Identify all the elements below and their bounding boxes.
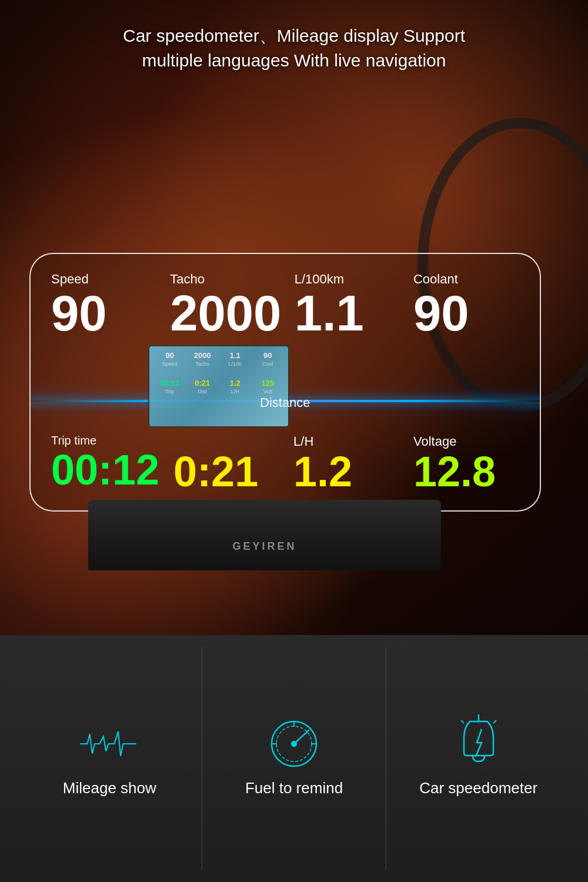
voltage-label: Voltage bbox=[413, 434, 519, 449]
header-text: Car speedometer、Mileage display Support … bbox=[0, 24, 588, 73]
lh-cell: L/H 1.2 bbox=[293, 434, 399, 493]
speedometer-label: Car speedometer bbox=[419, 779, 537, 797]
distance-cell: D 0:21 bbox=[173, 434, 279, 493]
distance-overlay-label: Distance bbox=[260, 395, 310, 410]
brand-label: GEYIREN bbox=[232, 540, 296, 553]
feature-speedometer: Car speedometer bbox=[386, 647, 570, 870]
header-line2: multiple languages With live navigation bbox=[0, 48, 588, 73]
svg-line-8 bbox=[461, 720, 464, 723]
voltage-value: 12.8 bbox=[413, 450, 519, 493]
speedometer-icon bbox=[265, 720, 323, 767]
svg-line-9 bbox=[493, 720, 496, 723]
header-line1: Car speedometer、Mileage display Support bbox=[0, 24, 588, 48]
lcd-display: 90 2000 1.1 90 Speed Tacho L/100 Cool 00… bbox=[148, 345, 289, 427]
svg-point-3 bbox=[292, 741, 296, 746]
hud-container: Speed 90 Tacho 2000 L/100km 1.1 Coolant … bbox=[29, 253, 559, 570]
battery-icon bbox=[449, 720, 508, 767]
coolant-cell: Coolant 90 bbox=[413, 272, 519, 338]
lh-value: 1.2 bbox=[293, 450, 399, 493]
trip-time-label: Trip time bbox=[51, 434, 159, 447]
tacho-cell: Tacho 2000 bbox=[170, 272, 281, 338]
device-body: GEYIREN bbox=[88, 500, 441, 570]
hud-bottom-row: Trip time 00:12 D 0:21 L/H 1.2 Voltage 1… bbox=[51, 434, 519, 493]
fuel-rate-value: 1.1 bbox=[295, 288, 400, 338]
lh-label: L/H bbox=[293, 434, 399, 449]
tacho-value: 2000 bbox=[170, 288, 281, 338]
hud-screen: Speed 90 Tacho 2000 L/100km 1.1 Coolant … bbox=[29, 253, 541, 512]
fuel-label: Fuel to remind bbox=[245, 779, 343, 797]
hud-top-row: Speed 90 Tacho 2000 L/100km 1.1 Coolant … bbox=[51, 272, 519, 338]
speed-value: 90 bbox=[51, 288, 157, 338]
trip-time-value: 00:12 bbox=[51, 449, 159, 491]
waveform-icon bbox=[80, 720, 139, 767]
features-section: Mileage show Fuel to remi bbox=[0, 635, 588, 882]
voltage-cell: Voltage 12.8 bbox=[413, 434, 519, 493]
fuel-rate-cell: L/100km 1.1 bbox=[295, 272, 400, 338]
distance-value: 0:21 bbox=[173, 450, 279, 493]
coolant-value: 90 bbox=[413, 288, 519, 338]
feature-fuel: Fuel to remind bbox=[202, 647, 387, 870]
mileage-label: Mileage show bbox=[63, 779, 156, 797]
speed-cell: Speed 90 bbox=[51, 272, 157, 338]
feature-mileage: Mileage show bbox=[18, 647, 202, 870]
features-grid: Mileage show Fuel to remi bbox=[0, 635, 588, 882]
trip-time-cell: Trip time 00:12 bbox=[51, 434, 159, 491]
